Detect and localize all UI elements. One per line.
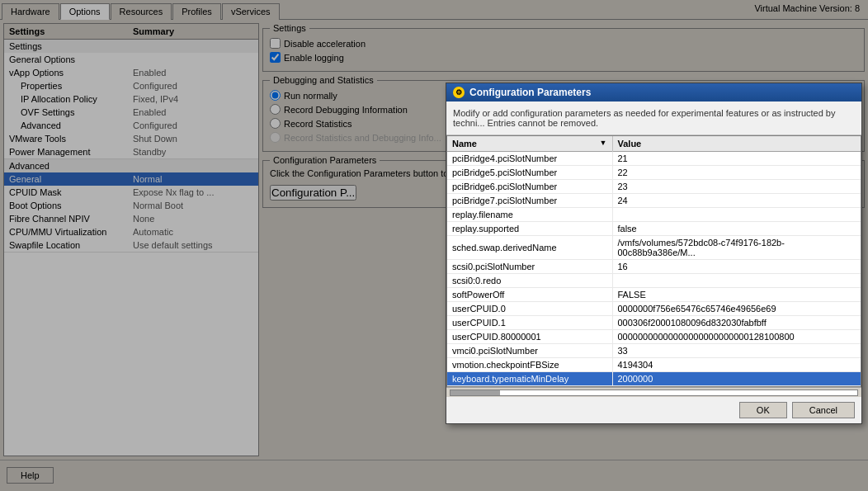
table-row[interactable]: replay.supportedfalse	[447, 222, 861, 236]
table-row[interactable]: userCPUID.800000010000000000000000000000…	[447, 330, 861, 344]
table-cell-value: 0000000f756e65476c65746e49656e69	[612, 302, 861, 316]
table-row[interactable]: pciBridge7.pciSlotNumber24	[447, 194, 861, 208]
table-cell-name: vmci0.pciSlotNumber	[447, 344, 612, 358]
table-cell-value: FALSE	[612, 288, 861, 302]
table-row[interactable]: pciBridge4.pciSlotNumber21	[447, 152, 861, 166]
config-table: Name ▼ Value pciBridge4.pciSlotNumber21p…	[447, 136, 861, 386]
table-cell-value: 000306f20001080096d832030fabfbff	[612, 316, 861, 330]
table-row[interactable]: vmci0.pciSlotNumber33	[447, 344, 861, 358]
table-cell-value: 16	[612, 260, 861, 274]
table-cell-name: pciBridge4.pciSlotNumber	[447, 152, 612, 166]
table-cell-value: /vmfs/volumes/572bdc08-c74f9176-182b-00c…	[612, 236, 861, 260]
modal-footer: OK Cancel	[446, 397, 861, 423]
table-cell-value	[612, 208, 861, 222]
table-cell-name: vmotion.checkpointFBSize	[447, 358, 612, 372]
table-row[interactable]: pciBridge6.pciSlotNumber23	[447, 180, 861, 194]
horizontal-scrollbar[interactable]	[450, 389, 858, 396]
table-row[interactable]: softPowerOffFALSE	[447, 288, 861, 302]
table-cell-value	[612, 274, 861, 288]
table-cell-name: scsi0:0.redo	[447, 274, 612, 288]
table-cell-name: pciBridge7.pciSlotNumber	[447, 194, 612, 208]
modal-overlay: ⚙ Configuration Parameters Modify or add…	[0, 0, 868, 491]
table-cell-name: replay.filename	[447, 208, 612, 222]
ok-button[interactable]: OK	[739, 402, 787, 418]
table-row[interactable]: keyboard.typematicMinDelay2000000	[447, 372, 861, 386]
table-cell-name: replay.supported	[447, 222, 612, 236]
modal-table-container: Name ▼ Value pciBridge4.pciSlotNumber21p…	[446, 135, 861, 387]
modal-title-icon: ⚙	[453, 87, 465, 98]
table-cell-name: scsi0.pciSlotNumber	[447, 260, 612, 274]
table-cell-name: pciBridge6.pciSlotNumber	[447, 180, 612, 194]
table-cell-value: 2000000	[612, 372, 861, 386]
table-cell-value: 33	[612, 344, 861, 358]
table-row[interactable]: userCPUID.1000306f20001080096d832030fabf…	[447, 316, 861, 330]
table-cell-value: 4194304	[612, 358, 861, 372]
table-cell-value: 21	[612, 152, 861, 166]
table-cell-name: userCPUID.80000001	[447, 330, 612, 344]
table-row[interactable]: scsi0:0.redo	[447, 274, 861, 288]
scrollbar-thumb	[451, 390, 500, 395]
table-cell-name: sched.swap.derivedName	[447, 236, 612, 260]
table-cell-name: softPowerOff	[447, 288, 612, 302]
table-cell-value: 00000000000000000000000000128100800	[612, 330, 861, 344]
table-row[interactable]: vmotion.checkpointFBSize4194304	[447, 358, 861, 372]
modal-title: Configuration Parameters	[469, 87, 591, 98]
table-cell-name: userCPUID.0	[447, 302, 612, 316]
table-row[interactable]: sched.swap.derivedName/vmfs/volumes/572b…	[447, 236, 861, 260]
table-cell-name: userCPUID.1	[447, 316, 612, 330]
table-row[interactable]: replay.filename	[447, 208, 861, 222]
cancel-button[interactable]: Cancel	[792, 402, 855, 418]
table-cell-value: 22	[612, 166, 861, 180]
table-cell-value: 23	[612, 180, 861, 194]
modal-scrollbar-area	[446, 387, 861, 397]
table-cell-value: false	[612, 222, 861, 236]
config-params-dialog: ⚙ Configuration Parameters Modify or add…	[446, 83, 862, 424]
modal-description: Modify or add configuration parameters a…	[453, 108, 855, 128]
table-row[interactable]: scsi0.pciSlotNumber16	[447, 260, 861, 274]
col-value-header[interactable]: Value	[612, 136, 861, 152]
table-cell-name: pciBridge5.pciSlotNumber	[447, 166, 612, 180]
table-row[interactable]: pciBridge5.pciSlotNumber22	[447, 166, 861, 180]
modal-body: Modify or add configuration parameters a…	[446, 102, 861, 135]
modal-title-bar: ⚙ Configuration Parameters	[446, 83, 861, 102]
table-cell-value: 24	[612, 194, 861, 208]
table-row[interactable]: userCPUID.00000000f756e65476c65746e49656…	[447, 302, 861, 316]
col-name-header[interactable]: Name ▼	[447, 136, 612, 152]
table-cell-name: keyboard.typematicMinDelay	[447, 372, 612, 386]
